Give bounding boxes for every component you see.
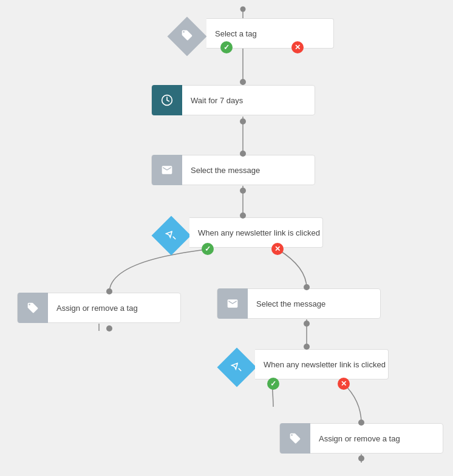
assign-remove-tag-2-node[interactable]: Assign or remove a tag [279, 423, 443, 454]
cursor-icon-1 [165, 228, 177, 243]
tag-icon-3-container [280, 423, 310, 454]
dot-after-select-msg-1 [240, 188, 246, 194]
assign-remove-tag-2-label: Assign or remove a tag [310, 434, 409, 443]
tag-icon-2-container [18, 293, 48, 323]
wait-7-days-node[interactable]: Wait for 7 days [151, 85, 315, 115]
tag-icon-2 [27, 302, 39, 314]
select-tag-1-diamond[interactable] [169, 18, 205, 55]
select-tag-1-label: Select a tag [206, 29, 265, 38]
newsletter-click-2-diamond[interactable] [219, 349, 255, 386]
dot-left-branch [106, 288, 112, 294]
assign-remove-tag-1-node[interactable]: Assign or remove a tag [17, 293, 181, 323]
wait-label: Wait for 7 days [182, 96, 251, 105]
select-tag-1-red-badge[interactable]: ✕ [291, 41, 304, 53]
newsletter-click-2-node[interactable]: When any newsletter link is clicked [255, 349, 389, 379]
newsletter-click-1-diamond[interactable] [153, 217, 189, 254]
select-tag-1-green-badge[interactable]: ✓ [220, 41, 233, 53]
mail-icon-2-container [217, 288, 248, 319]
dot-before-newsletter-1 [240, 212, 246, 219]
dot-before-select-msg-1 [240, 151, 246, 157]
dot-right-branch [304, 284, 310, 290]
dot-after-select-tag [240, 79, 246, 85]
dot-before-newsletter-2 [304, 344, 310, 350]
clock-icon [161, 94, 173, 106]
newsletter-1-green-badge[interactable]: ✓ [202, 243, 214, 255]
newsletter-2-green-badge[interactable]: ✓ [267, 378, 279, 390]
newsletter-click-2-label: When any newsletter link is clicked [255, 360, 394, 369]
mail-icon-1-container [152, 155, 182, 185]
newsletter-2-red-badge[interactable]: ✕ [338, 378, 350, 390]
assign-remove-tag-1-label: Assign or remove a tag [48, 304, 146, 313]
select-message-2-node[interactable]: Select the message [217, 288, 381, 319]
tag-icon-1 [181, 29, 193, 44]
dot-after-select-msg-2 [304, 321, 310, 327]
dot-after-assign-tag-2 [358, 455, 364, 461]
tag-icon-3 [289, 432, 301, 444]
cursor-icon-2 [231, 360, 243, 375]
clock-icon-container [152, 85, 182, 115]
mail-icon-1 [161, 164, 173, 176]
dot-after-wait [240, 118, 246, 124]
svg-point-10 [240, 7, 246, 12]
select-message-1-node[interactable]: Select the message [151, 155, 315, 185]
select-message-1-label: Select the message [182, 166, 268, 175]
dot-before-assign-tag-2 [358, 420, 364, 426]
mail-icon-2 [226, 298, 239, 310]
dot-after-assign-tag-1 [106, 325, 112, 332]
select-message-2-label: Select the message [248, 299, 334, 308]
flow-canvas: Select a tag ✓ ✕ Wait for 7 days Select … [0, 0, 453, 476]
newsletter-click-1-label: When any newsletter link is clicked [189, 228, 329, 237]
newsletter-1-red-badge[interactable]: ✕ [271, 243, 284, 255]
